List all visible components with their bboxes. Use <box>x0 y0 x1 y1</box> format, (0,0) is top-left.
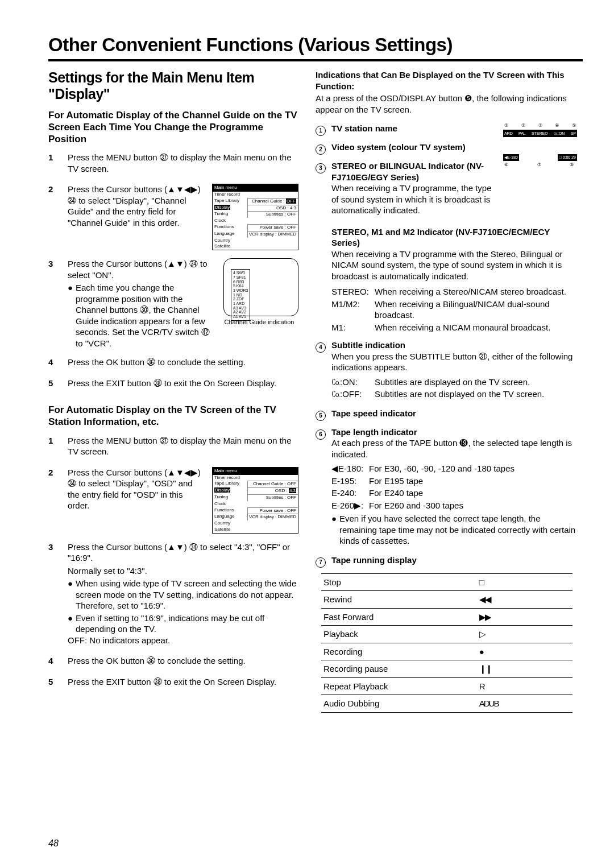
title-rule <box>48 59 583 61</box>
step-text: OFF: No indicators appear. <box>68 635 298 646</box>
step-5a: 5 Press the EXIT button ㊳ to exit the On… <box>48 378 298 391</box>
left-column: Settings for the Main Menu Item "Display… <box>48 69 298 713</box>
item-1: TV station name <box>331 123 397 133</box>
step-text: Press the EXIT button ㊳ to exit the On S… <box>68 378 298 389</box>
step-text: Press the MENU button ㊲ to display the M… <box>68 152 298 174</box>
step-number: 4 <box>48 655 68 668</box>
step-number: 1 <box>48 152 68 176</box>
step-4b: 4 Press the OK button ㊱ to conclude the … <box>48 655 298 668</box>
bullet-text: When using wide type of TV screen and se… <box>76 578 296 600</box>
bullet-dot-icon: ● <box>68 282 76 349</box>
item-3-text2: When receiving a TV programme with the S… <box>331 249 563 281</box>
step-number: 4 <box>48 357 68 370</box>
step-number: 1 <box>48 435 68 459</box>
step-number: 3 <box>48 542 68 648</box>
bullet-text: Even if you have selected the correct ta… <box>339 513 577 547</box>
step-3a: 3 Press the Cursor buttons (▲▼) ㉞ to sel… <box>48 258 298 349</box>
step-1a: 1 Press the MENU button ㊲ to display the… <box>48 152 298 176</box>
main-menu-figure-1: Main menuTimer recordTape LibraryChannel… <box>212 184 298 250</box>
step-4a: 4 Press the OK button ㊱ to conclude the … <box>48 357 298 370</box>
step-number: 3 <box>48 258 68 349</box>
step-number: 2 <box>48 184 68 250</box>
step-2a: 2 Press the Cursor buttons (▲▼◀▶) ㉞ to s… <box>48 184 298 250</box>
item-3-head2: STEREO, M1 and M2 Indicator (NV-FJ710EC/… <box>331 227 550 248</box>
subtitle-table: ㏇:ON:Subtitles are displayed on the TV s… <box>331 377 577 400</box>
right-column: Indications that Can Be Displayed on the… <box>316 69 577 713</box>
bullet-text: Even if setting to "16:9", indications m… <box>76 613 298 635</box>
sound-table: STEREO:When receiving a Stereo/NICAM ste… <box>331 286 577 333</box>
item-4-head: Subtitle indication <box>331 340 405 350</box>
step-5b: 5 Press the EXIT button ㊳ to exit the On… <box>48 676 298 689</box>
part-a-heading: For Automatic Display of the Channel Gui… <box>48 109 298 146</box>
item-7: Tape running display <box>331 555 417 565</box>
bullet-text: Therefore, set to "16:9". <box>76 601 165 610</box>
step-text: Press the MENU button ㊲ to display the M… <box>68 435 298 457</box>
step-3b: 3 Press the Cursor buttons (▲▼) ㉞ to sel… <box>48 542 298 648</box>
step-number: 5 <box>48 378 68 391</box>
page-number: 48 <box>48 838 59 849</box>
step-number: 5 <box>48 676 68 689</box>
step-text: Press the Cursor buttons (▲▼) ㉞ to selec… <box>68 258 214 280</box>
tv-screen-indicator-figure: ①②③④⑤ ARDPALSTEREO㏇:ONSP ◀E-180□ 0:00:29… <box>503 123 577 168</box>
bullet: ● Even if you have selected the correct … <box>331 513 577 547</box>
item-6-head: Tape length indicator <box>331 427 417 437</box>
item-3-text: When receiving a TV programme, the type … <box>331 183 492 215</box>
step-text: Press the EXIT button ㊳ to exit the On S… <box>68 676 298 688</box>
manual-page: Other Convenient Functions (Various Sett… <box>0 0 614 868</box>
step-text: Normally set to "4:3". <box>68 565 298 577</box>
bullet: ● Even if setting to "16:9", indications… <box>68 613 298 635</box>
step-text: Press the OK button ㊱ to conclude the se… <box>68 655 298 667</box>
indicator-list: 1 TV station name 2 Video system (colour… <box>316 123 499 222</box>
right-intro: At a press of the OSD/DISPLAY button ❺, … <box>316 93 577 115</box>
bullet-dot-icon: ● <box>68 613 76 635</box>
item-4-text: When you press the SUBTITLE button ㉛, ei… <box>331 352 572 373</box>
step-number: 2 <box>48 467 68 534</box>
bullet: ● Each time you change the programme pos… <box>68 282 214 349</box>
section-heading: Settings for the Main Menu Item "Display… <box>48 69 298 102</box>
step-text: Press the Cursor buttons (▲▼◀▶) ㉞ to sel… <box>68 467 206 511</box>
tape-table: ◀E-180:For E30, -60, -90, -120 and -180 … <box>331 463 577 511</box>
columns: Settings for the Main Menu Item "Display… <box>48 69 583 713</box>
step-text: Press the Cursor buttons (▲▼) ㉞ to selec… <box>68 542 298 564</box>
item-5: Tape speed indicator <box>331 408 416 418</box>
bullet-dot-icon: ● <box>331 513 339 547</box>
step-text: Press the OK button ㊱ to conclude the se… <box>68 357 298 368</box>
right-heading: Indications that Can Be Displayed on the… <box>316 69 577 92</box>
bullet-text: Each time you change the programme posit… <box>76 282 214 349</box>
channel-guide-figure: 4 SW37 SF816 RB35 K643 WDR31 ND2 ZDF1 AR… <box>223 258 298 316</box>
bullet-dot-icon: ● <box>68 578 76 611</box>
item-2: Video system (colour TV system) <box>331 142 466 152</box>
step-text: Press the Cursor buttons (▲▼◀▶) ㉞ to sel… <box>68 184 206 228</box>
main-menu-figure-2: Main menuTimer recordTape LibraryChannel… <box>212 467 298 534</box>
step-1b: 1 Press the MENU button ㊲ to display the… <box>48 435 298 459</box>
part-b-heading: For Automatic Display on the TV Screen o… <box>48 404 298 428</box>
item-3-head: STEREO or BILINGUAL Indicator (NV-FJ710E… <box>331 161 484 182</box>
item-6-text: At each press of the TAPE button ⓳, the … <box>331 438 572 459</box>
page-title: Other Convenient Functions (Various Sett… <box>48 34 583 56</box>
running-display-table: Stop□Rewind◀◀Fast Forward▶▶Playback▷Reco… <box>321 573 572 713</box>
bullet: ● When using wide type of TV screen and … <box>68 578 298 611</box>
step-2b: 2 Press the Cursor buttons (▲▼◀▶) ㉞ to s… <box>48 467 298 534</box>
